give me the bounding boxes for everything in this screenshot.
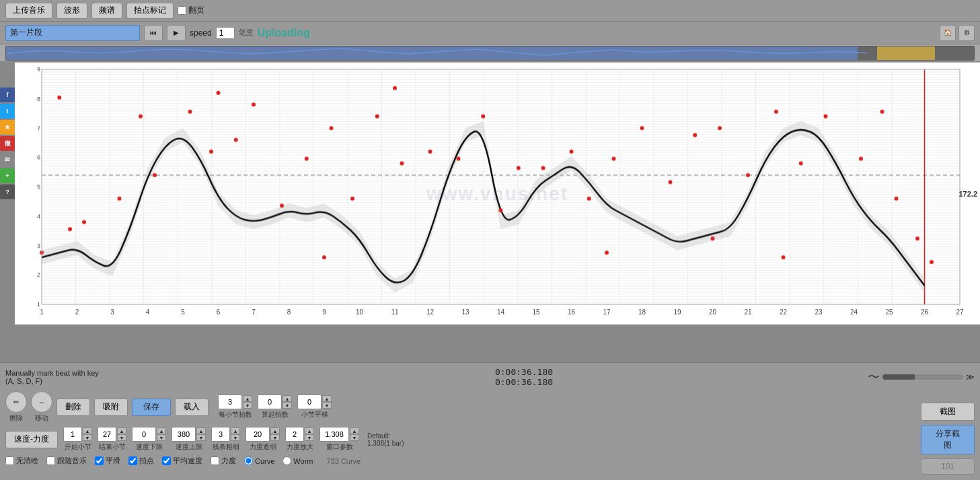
speed-lower-down[interactable]: ▼ <box>157 434 166 441</box>
worm-radio[interactable] <box>282 456 291 465</box>
force-checkbox[interactable] <box>211 456 219 465</box>
waveform-container[interactable] <box>5 46 975 61</box>
start-bar-down[interactable]: ▼ <box>83 434 92 441</box>
chart-area[interactable]: 172.2 www.vnus.net <box>15 62 980 324</box>
beats-per-bar-up[interactable]: ▲ <box>243 395 252 402</box>
line-thickness-input[interactable] <box>211 427 230 442</box>
delete-button[interactable]: 删除 <box>56 399 90 416</box>
default-info: Default: 1.308(1 bar) <box>367 432 404 447</box>
window-param-up[interactable]: ▲ <box>350 427 359 434</box>
start-beat-group: ▲ ▼ 算起拍数 <box>258 395 292 419</box>
beat-points-checkbox[interactable] <box>128 456 137 465</box>
share-screenshot-button[interactable]: 分享截图 <box>921 425 975 454</box>
social-sidebar: f t ★ 微 ✉ + ? <box>0 88 15 199</box>
window-param-input[interactable] <box>319 427 349 442</box>
settings-icon-button[interactable]: ⚙ <box>958 25 975 41</box>
adsorb-button[interactable]: 吸附 <box>94 399 128 416</box>
beats-per-bar-input[interactable] <box>218 395 242 409</box>
bar-offset-group: ▲ ▼ 小节平移 <box>297 395 332 419</box>
beats-per-bar-group: ▲ ▼ 每小节拍数 <box>218 395 252 419</box>
bar-offset-up[interactable]: ▲ <box>322 395 332 402</box>
bottom-controls: Manually mark beat with key (A, S, D, F)… <box>0 362 980 480</box>
line-thickness-down[interactable]: ▼ <box>231 434 240 441</box>
end-bar-input[interactable] <box>98 427 116 442</box>
nav-play-button[interactable]: ▶ <box>167 25 186 41</box>
speed-lower-arrows: ▲ ▼ <box>157 427 166 441</box>
end-bar-group: ▲ ▼ 结束小节 <box>98 427 126 452</box>
speed-lower-up[interactable]: ▲ <box>157 427 166 434</box>
upload-music-button[interactable]: 上传音乐 <box>5 3 52 19</box>
speed-lower-input[interactable] <box>132 427 156 442</box>
time-display: 0:00:36.180 0:00:36.180 <box>186 367 862 387</box>
force-amplify-input[interactable] <box>285 427 304 442</box>
follow-music-checkbox[interactable] <box>46 456 55 465</box>
twitter-button[interactable]: t <box>0 104 15 118</box>
nav-start-button[interactable]: ⏮ <box>144 25 163 41</box>
beats-per-bar-down[interactable]: ▼ <box>243 402 252 409</box>
status-row: Manually mark beat with key (A, S, D, F)… <box>5 367 975 387</box>
speed-force-button[interactable]: 速度-力度 <box>5 431 58 448</box>
facebook-button[interactable]: f <box>0 88 15 102</box>
mail-button[interactable]: ✉ <box>0 152 15 167</box>
start-beat-input[interactable] <box>258 395 282 409</box>
start-beat-up[interactable]: ▲ <box>282 395 292 402</box>
page-checkbox[interactable] <box>178 6 186 15</box>
help-button[interactable]: ? <box>0 184 15 199</box>
force-amplify-group: ▲ ▼ 力度放大 <box>285 427 314 452</box>
screenshot-button[interactable]: 截图 <box>921 403 975 421</box>
start-bar-spinbox: ▲ ▼ <box>63 427 92 442</box>
weibo-button[interactable]: 微 <box>0 136 15 151</box>
star-button[interactable]: ★ <box>0 120 15 135</box>
move-group: ↔ 移动 <box>31 391 52 423</box>
move-button[interactable]: ↔ <box>31 391 52 413</box>
erase-group: ✏ 擦除 <box>5 391 27 423</box>
force-weak-up[interactable]: ▲ <box>270 427 280 434</box>
chart-canvas[interactable] <box>15 63 980 324</box>
force-weak-input[interactable] <box>246 427 270 442</box>
end-bar-down[interactable]: ▼ <box>117 434 126 441</box>
line-thickness-group: ▲ ▼ 线条粗细 <box>211 427 240 452</box>
dashed-line-value: 172.2 <box>958 190 977 198</box>
start-beat-spinbox: ▲ ▼ <box>258 395 292 409</box>
plus-button[interactable]: + <box>0 168 15 183</box>
force-weak-down[interactable]: ▼ <box>270 434 280 441</box>
spectrum-button[interactable]: 频谱 <box>91 3 122 19</box>
import-button[interactable]: 载入 <box>175 399 209 416</box>
erase-button[interactable]: ✏ <box>5 391 27 413</box>
force-weak-group: ▲ ▼ 力度遮弱 <box>246 427 280 452</box>
speed-upper-group: ▲ ▼ 速度上限 <box>172 427 206 452</box>
home-icon-button[interactable]: 🏠 <box>940 25 956 41</box>
force-weak-arrows: ▲ ▼ <box>270 427 280 441</box>
speed-upper-up[interactable]: ▲ <box>196 427 206 434</box>
segment-input[interactable] <box>5 25 140 41</box>
start-bar-up[interactable]: ▲ <box>83 427 92 434</box>
avg-speed-checkbox[interactable] <box>162 456 171 465</box>
bar-offset-spinbox: ▲ ▼ <box>297 395 332 409</box>
start-bar-group: ▲ ▼ 开始小节 <box>63 427 92 452</box>
bar-offset-down[interactable]: ▼ <box>322 402 332 409</box>
no-silence-checkbox[interactable] <box>5 456 14 465</box>
tempo-label: 笔里 <box>239 28 254 38</box>
speed-input[interactable] <box>216 27 235 39</box>
line-thickness-arrows: ▲ ▼ <box>231 427 240 441</box>
start-beat-down[interactable]: ▼ <box>282 402 292 409</box>
start-bar-input[interactable] <box>63 427 82 442</box>
status-text: Manually mark beat with key (A, S, D, F) <box>5 369 180 385</box>
speed-upper-input[interactable] <box>172 427 196 442</box>
end-bar-up[interactable]: ▲ <box>117 427 126 434</box>
waveform-bar <box>0 44 980 62</box>
params-row: 速度-力度 ▲ ▼ 开始小节 ▲ ▼ 结束小节 <box>5 427 975 452</box>
force-amplify-down[interactable]: ▼ <box>305 434 314 441</box>
curve-radio[interactable] <box>244 456 253 465</box>
save-button[interactable]: 保存 <box>132 399 171 416</box>
window-param-down[interactable]: ▼ <box>350 434 359 441</box>
smooth-checkbox[interactable] <box>95 456 104 465</box>
beat-mark-button[interactable]: 拍点标记 <box>126 3 174 19</box>
line-thickness-up[interactable]: ▲ <box>231 427 240 434</box>
volume-control: 〜 ≫ <box>868 369 975 385</box>
speed-upper-down[interactable]: ▼ <box>196 434 206 441</box>
force-amplify-up[interactable]: ▲ <box>305 427 314 434</box>
volume-slider[interactable] <box>882 374 963 380</box>
waveform-button[interactable]: 波形 <box>56 3 87 19</box>
bar-offset-input[interactable] <box>297 395 322 409</box>
